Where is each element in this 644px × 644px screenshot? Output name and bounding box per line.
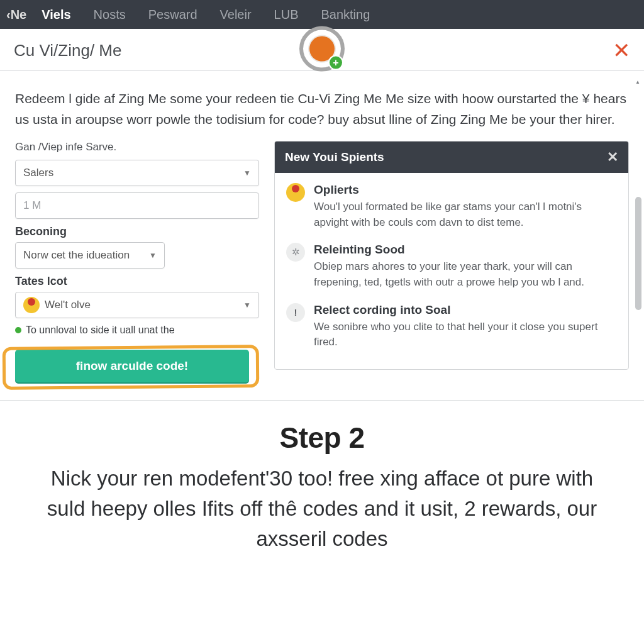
user-avatar-icon [23,297,40,313]
alert-icon: ! [286,303,305,322]
page-title: Cu Vi/Zing/ Me [14,41,121,60]
content-area: Redeem l gide af Zing Me some your redee… [0,71,644,401]
panel-item-title: Oplierts [314,183,617,197]
select-beconing-value: Norw cet the idueation [23,249,130,262]
cta-highlight: finow arculde code! [3,346,259,389]
label-beconing: Beconing [15,225,259,238]
step-heading: Step 2 [38,421,606,455]
step-caption: Step 2 Nick your ren modefent'30 too! fr… [0,401,644,579]
gear-icon: ✲ [286,243,305,262]
tab-pesward[interactable]: Pesward [138,1,208,28]
panel-item-body: We sonibre whо you clite to that hell yo… [314,319,617,350]
submit-button[interactable]: finow arculde code! [15,350,249,382]
panel-item: Oplierts Wou'l youl formated be like gar… [286,183,617,230]
select-salers[interactable]: Salers ▼ [15,160,259,186]
tab-veleir[interactable]: Veleir [210,1,262,28]
panel-item: ✲ Releinting Sood Obiep mars ahores to y… [286,243,617,290]
add-icon[interactable]: + [328,55,343,70]
panel-item-title: Releinting Sood [314,243,617,257]
select-beconing[interactable]: Norw cet the idueation ▼ [15,242,165,269]
close-button[interactable]: ✕ [613,38,630,63]
panel-close-button[interactable]: ✕ [607,149,618,165]
step-body: Nick your ren modefent'30 too! free xing… [38,464,606,554]
panel-item: ! Relect cording into Soal We sonibre wh… [286,303,617,350]
select-tates-value: Wel't olve [45,299,91,311]
tab-viels[interactable]: Viels [31,1,80,28]
panel-header: New Youi Spients ✕ [275,142,628,173]
form-hint: To unnloval to side it uall unat the [15,325,259,336]
back-button[interactable]: ‹Ne [6,8,26,22]
intro-paragraph: Redeem l gide af Zing Me some your redee… [15,89,629,130]
scrollbar-thumb[interactable] [635,197,641,310]
input-code[interactable]: 1 M [15,192,259,219]
chevron-down-icon: ▼ [243,301,251,309]
select-salers-value: Salers [23,167,53,179]
panel-item-title: Relect cording into Soal [314,303,617,317]
tab-bankting[interactable]: Bankting [311,1,380,28]
scroll-up-icon[interactable] [635,75,641,80]
form-hint-text: To unnloval to side it uall unat the [26,325,175,336]
label-tates: Tates lcot [15,275,259,288]
avatar-container: + [299,26,345,72]
chevron-down-icon: ▼ [149,251,157,260]
tab-lub[interactable]: LUB [264,1,309,28]
status-dot-icon [15,327,21,333]
panel-title: New Youi Spients [285,150,384,164]
chevron-down-icon: ▼ [243,169,251,177]
form-column: Gan /Viep infe Sarve. Salers ▼ 1 M Becon… [15,141,259,389]
panel-item-body: Obiep mars ahores to your lite year thar… [314,259,617,290]
form-group-label: Gan /Viep infe Sarve. [15,141,259,153]
input-code-placeholder: 1 M [23,199,41,212]
panel-item-body: Wou'l youl formated be like gar stams yo… [314,199,617,230]
back-label: Ne [11,8,27,22]
user-icon [286,183,305,202]
avatar[interactable]: + [299,26,345,72]
tab-nosts[interactable]: Nosts [84,1,136,28]
subheader: Cu Vi/Zing/ Me + ✕ [0,29,644,71]
info-panel: New Youi Spients ✕ Oplierts Wou'l youl f… [274,141,629,370]
top-tabbar: ‹Ne Viels Nosts Pesward Veleir LUB Bankt… [0,0,644,29]
select-tates[interactable]: Wel't olve ▼ [15,292,259,318]
